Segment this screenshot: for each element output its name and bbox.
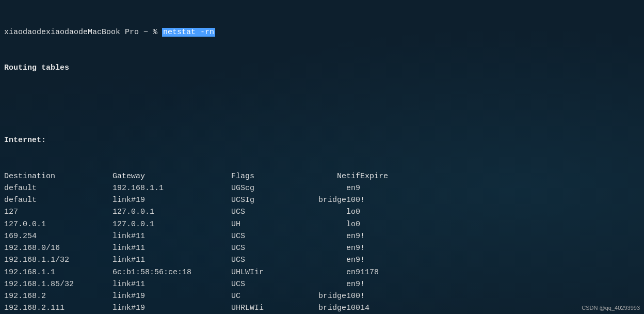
table-header-row: Destination Gateway Flags Netif Expire: [4, 170, 391, 182]
prompt-text: xiaodaodexiaodaodeMacBook Pro ~ %: [4, 28, 162, 37]
cell-expire: 1178: [360, 266, 391, 278]
cell-netif: en9: [293, 230, 360, 242]
cell-gateway: link#11: [112, 242, 231, 254]
table-row: default192.168.1.1UGScgen9: [4, 182, 391, 194]
cell-destination: 127.0.0.1: [4, 218, 112, 230]
cell-destination: 192.168.1.85/32: [4, 278, 112, 290]
cell-destination: 192.168.2.111: [4, 302, 112, 314]
table-row: defaultlink#19UCSIgbridge100!: [4, 194, 391, 206]
cell-destination: 192.168.1.1: [4, 266, 112, 278]
cell-netif: en9: [293, 242, 360, 254]
table-row: 192.168.1.16c:b1:58:56:ce:18UHLWIiren911…: [4, 266, 391, 278]
table-row: 127.0.0.1127.0.0.1UHlo0: [4, 218, 391, 230]
cell-netif: lo0: [293, 206, 360, 218]
cell-gateway: link#19: [112, 290, 231, 302]
cell-flags: UCS: [231, 278, 293, 290]
header-destination: Destination: [4, 170, 112, 182]
cell-flags: UC: [231, 290, 293, 302]
table-row: 192.168.2.111link#19UHRLWIibridge10014: [4, 302, 391, 314]
cell-expire: 14: [360, 302, 391, 314]
table-row: 192.168.0/16link#11UCSen9!: [4, 242, 391, 254]
command-highlight: netstat -rn: [162, 28, 215, 37]
cell-destination: 192.168.1.1/32: [4, 254, 112, 266]
cell-destination: default: [4, 182, 112, 194]
cell-gateway: link#19: [112, 194, 231, 206]
blank-line: [4, 98, 640, 110]
cell-flags: UCS: [231, 242, 293, 254]
cell-gateway: 6c:b1:58:56:ce:18: [112, 266, 231, 278]
cell-gateway: 127.0.0.1: [112, 206, 231, 218]
cell-gateway: 127.0.0.1: [112, 218, 231, 230]
cell-flags: UCS: [231, 206, 293, 218]
cell-destination: 192.168.0/16: [4, 242, 112, 254]
cell-expire: [360, 206, 391, 218]
cell-netif: bridge100: [293, 194, 360, 206]
cell-gateway: link#11: [112, 254, 231, 266]
routing-table: Destination Gateway Flags Netif Expire d…: [4, 170, 391, 315]
cell-expire: !: [360, 290, 391, 302]
header-expire: Expire: [360, 170, 391, 182]
header-netif: Netif: [293, 170, 360, 182]
cell-netif: lo0: [293, 218, 360, 230]
cell-expire: !: [360, 194, 391, 206]
table-row: 192.168.1.85/32link#11UCSen9!: [4, 278, 391, 290]
cell-netif: bridge100: [293, 302, 360, 314]
cell-flags: UHRLWIi: [231, 302, 293, 314]
cell-netif: en9: [293, 278, 360, 290]
cell-flags: UHLWIir: [231, 266, 293, 278]
header-flags: Flags: [231, 170, 293, 182]
header-gateway: Gateway: [112, 170, 231, 182]
cell-netif: bridge100: [293, 290, 360, 302]
cell-expire: [360, 182, 391, 194]
cell-expire: !: [360, 278, 391, 290]
cell-gateway: link#11: [112, 230, 231, 242]
table-row: 192.168.2link#19UCbridge100!: [4, 290, 391, 302]
table-row: 169.254link#11UCSen9!: [4, 230, 391, 242]
cell-flags: UCS: [231, 254, 293, 266]
cell-expire: [360, 218, 391, 230]
cell-destination: 127: [4, 206, 112, 218]
cell-flags: UH: [231, 218, 293, 230]
cell-flags: UCSIg: [231, 194, 293, 206]
cell-netif: en9: [293, 182, 360, 194]
cell-expire: !: [360, 242, 391, 254]
table-row: 192.168.1.1/32link#11UCSen9!: [4, 254, 391, 266]
routing-tables-header: Routing tables: [4, 62, 640, 74]
cell-expire: !: [360, 230, 391, 242]
cell-expire: !: [360, 254, 391, 266]
cell-gateway: link#19: [112, 302, 231, 314]
terminal-content: xiaodaodexiaodaodeMacBook Pro ~ % netsta…: [0, 0, 644, 314]
cell-flags: UCS: [231, 230, 293, 242]
top-line: xiaodaodexiaodaodeMacBook Pro ~ % netsta…: [4, 26, 640, 38]
internet-label: Internet:: [4, 134, 640, 146]
watermark: CSDN @qq_40293993: [582, 305, 640, 311]
cell-gateway: link#11: [112, 278, 231, 290]
cell-netif: en9: [293, 254, 360, 266]
cell-destination: 169.254: [4, 230, 112, 242]
cell-gateway: 192.168.1.1: [112, 182, 231, 194]
cell-flags: UGScg: [231, 182, 293, 194]
cell-netif: en9: [293, 266, 360, 278]
cell-destination: default: [4, 194, 112, 206]
table-row: 127127.0.0.1UCSlo0: [4, 206, 391, 218]
cell-destination: 192.168.2: [4, 290, 112, 302]
